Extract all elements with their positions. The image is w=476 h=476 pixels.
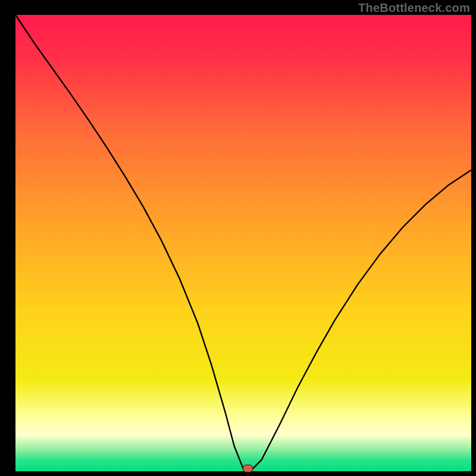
optimal-point-marker [243, 465, 253, 472]
watermark-text: TheBottleneck.com [358, 1, 470, 15]
chart-frame: { "watermark": "TheBottleneck.com", "cha… [0, 0, 476, 476]
bottleneck-chart [0, 0, 476, 476]
plot-background [15, 15, 471, 471]
